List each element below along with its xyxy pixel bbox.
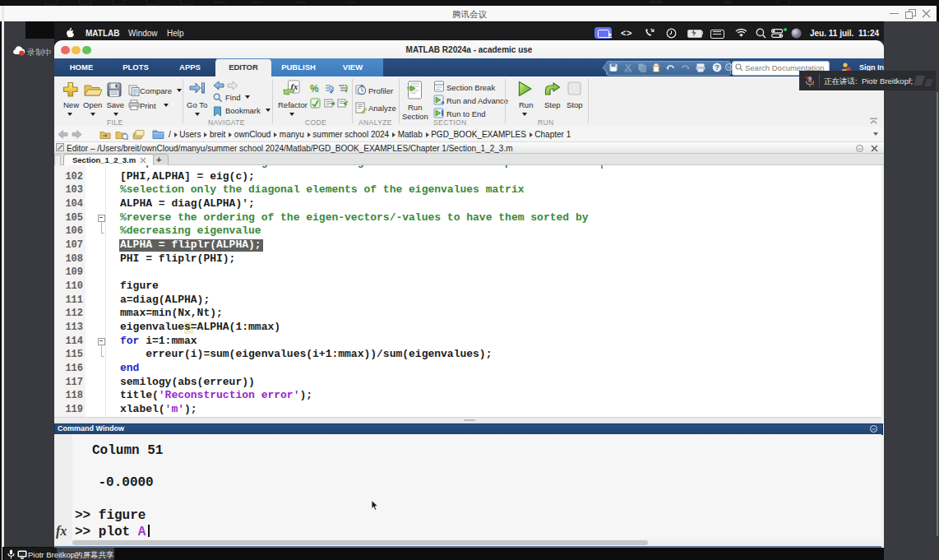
svg-text:?: ? xyxy=(715,63,719,72)
